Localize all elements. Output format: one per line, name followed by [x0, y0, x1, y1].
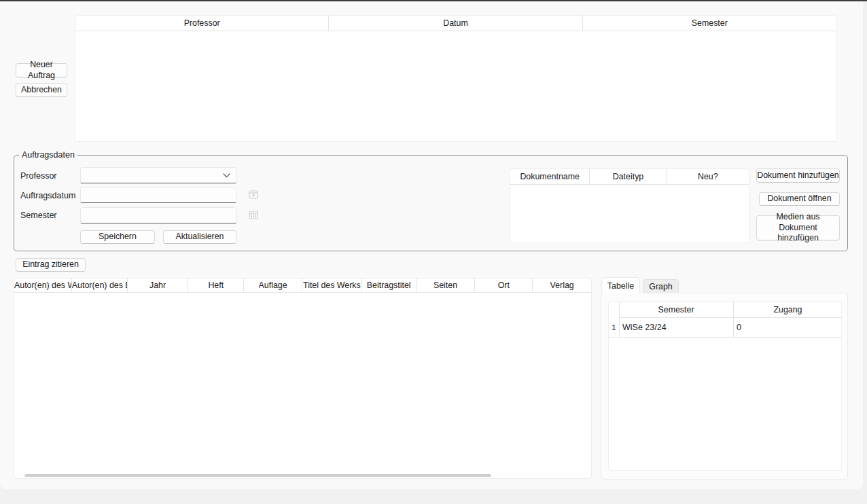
entries-column-edition[interactable]: Auflage: [244, 278, 302, 292]
stats-row-1-semester: WiSe 23/24: [622, 317, 731, 337]
stats-column-semester-label: Semester: [658, 305, 694, 314]
documents-column-name-label: Dokumentname: [520, 172, 579, 181]
new-order-button[interactable]: Neuer Auftrag: [16, 63, 67, 77]
stats-column-semester[interactable]: Semester: [619, 302, 733, 317]
order-date-label: Auftragsdatum: [20, 191, 75, 200]
entries-column-contribution-title[interactable]: Beitragstitel: [362, 278, 417, 292]
orders-column-datum-label: Datum: [443, 18, 468, 28]
professor-label: Professor: [20, 171, 57, 181]
cite-entry-button[interactable]: Eintrag zitieren: [16, 258, 86, 272]
entries-table-header: Autor(en) des Werks Autor(en) des Beitra…: [14, 278, 591, 293]
documents-column-filetype[interactable]: Dateityp: [590, 169, 667, 184]
entries-column-work-authors[interactable]: Autor(en) des Werks: [14, 278, 72, 292]
stats-row-1-number: 1: [609, 317, 619, 337]
orders-column-semester[interactable]: Semester: [583, 16, 836, 31]
open-document-button[interactable]: Dokument öffnen: [759, 192, 840, 206]
documents-column-name[interactable]: Dokumentname: [510, 169, 590, 184]
entries-column-contribution-authors[interactable]: Autor(en) des Beitrags: [72, 278, 128, 292]
order-form-legend: Auftragsdaten: [19, 150, 77, 160]
orders-table-body: [75, 31, 836, 141]
add-media-from-document-button[interactable]: Medien aus Dokument hinzufügen: [756, 215, 840, 240]
entries-column-publisher-label: Verlag: [550, 281, 574, 290]
documents-table: Dokumentname Dateityp Neu?: [510, 168, 749, 243]
entries-column-issue[interactable]: Heft: [188, 278, 244, 292]
entries-table: Autor(en) des Werks Autor(en) des Beitra…: [14, 278, 592, 479]
semester-label: Semester: [20, 211, 57, 220]
stats-column-zugang[interactable]: Zugang: [733, 302, 843, 317]
calendar-month-icon[interactable]: [249, 210, 258, 219]
entries-column-issue-label: Heft: [208, 281, 224, 290]
entries-horizontal-scrollbar[interactable]: [24, 474, 491, 477]
orders-table: Professor Datum Semester: [75, 15, 837, 142]
entries-column-pages[interactable]: Seiten: [417, 278, 476, 292]
entries-column-place-label: Ort: [498, 281, 510, 290]
chevron-down-icon: [223, 173, 230, 178]
semester-input[interactable]: [80, 207, 236, 223]
stats-row-1-zugang: 0: [737, 317, 838, 337]
entries-column-pages-label: Seiten: [434, 281, 457, 290]
app-surface: Professor Datum Semester Neuer Auftrag A…: [0, 1, 863, 489]
entries-table-body: [14, 293, 591, 478]
documents-column-filetype-label: Dateityp: [613, 172, 643, 181]
add-document-button[interactable]: Dokument hinzufügen: [756, 168, 840, 183]
entries-column-place[interactable]: Ort: [475, 278, 533, 292]
stats-column-zugang-label: Zugang: [773, 305, 802, 314]
stats-row-underline: [609, 337, 841, 338]
entries-column-work-title[interactable]: Titel des Werks: [302, 278, 362, 292]
orders-column-semester-label: Semester: [692, 18, 728, 28]
documents-table-header: Dokumentname Dateityp Neu?: [510, 169, 749, 185]
entries-column-edition-label: Auflage: [259, 281, 287, 290]
entries-column-year-label: Jahr: [149, 281, 166, 290]
tab-tabelle[interactable]: Tabelle: [601, 277, 640, 293]
orders-column-datum[interactable]: Datum: [329, 16, 582, 31]
entries-column-contribution-title-label: Beitragstitel: [367, 281, 411, 290]
tab-tabelle-label: Tabelle: [607, 281, 634, 291]
refresh-button[interactable]: Aktualisieren: [163, 230, 236, 244]
stats-table: Semester Zugang 1 WiSe 23/24 0: [608, 301, 842, 471]
save-button[interactable]: Speichern: [80, 230, 155, 244]
entries-column-publisher[interactable]: Verlag: [533, 278, 591, 292]
entries-column-work-title-label: Titel des Werks: [303, 281, 361, 290]
stats-panel: Semester Zugang 1 WiSe 23/24 0: [601, 293, 848, 480]
documents-column-new-label: Neu?: [698, 172, 718, 181]
orders-column-professor[interactable]: Professor: [75, 16, 329, 31]
order-date-input[interactable]: [80, 187, 236, 203]
professor-combobox[interactable]: [80, 167, 236, 183]
entries-column-work-authors-label: Autor(en) des Werks: [14, 281, 71, 290]
documents-table-body: [510, 185, 749, 242]
calendar-day-icon[interactable]: [249, 190, 258, 199]
orders-table-header: Professor Datum Semester: [75, 16, 836, 31]
documents-column-new[interactable]: Neu?: [667, 169, 749, 184]
tab-graph[interactable]: Graph: [643, 279, 679, 293]
orders-column-professor-label: Professor: [184, 18, 220, 28]
tab-graph-label: Graph: [649, 282, 672, 291]
entries-column-year[interactable]: Jahr: [128, 278, 189, 292]
stats-row-1[interactable]: 1 WiSe 23/24 0: [609, 317, 843, 337]
entries-column-contribution-authors-label: Autor(en) des Beitrags: [72, 281, 127, 290]
cancel-button[interactable]: Abbrechen: [16, 83, 67, 97]
